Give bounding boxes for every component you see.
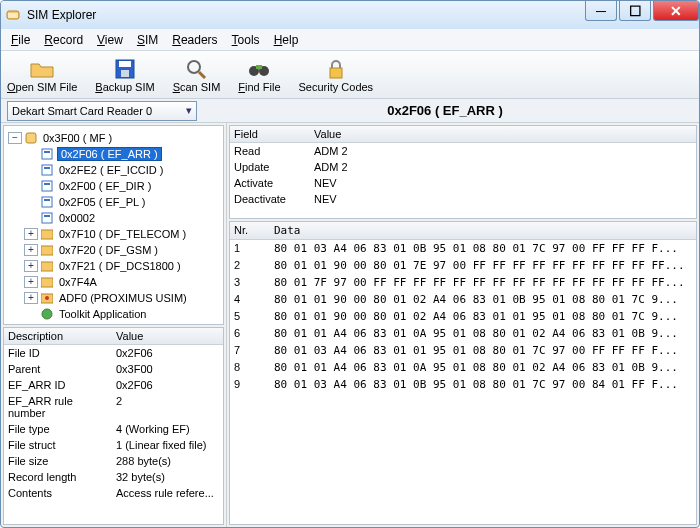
- toolbar-folder-button[interactable]: Open SIM File: [7, 57, 77, 93]
- tree-node[interactable]: 0x2F05 ( EF_PL ): [6, 194, 221, 210]
- menu-record[interactable]: Record: [38, 31, 89, 49]
- description-panel[interactable]: DescriptionValueFile ID0x2F06Parent0x3F0…: [3, 327, 224, 525]
- svg-rect-12: [42, 149, 52, 159]
- tree-node[interactable]: 0x2FE2 ( EF_ICCID ): [6, 162, 221, 178]
- data-bytes: 80 01 01 A4 06 83 01 0A 95 01 08 80 01 0…: [270, 325, 696, 342]
- record-data-panel[interactable]: Nr.Data180 01 03 A4 06 83 01 0B 95 01 08…: [229, 221, 697, 525]
- df-icon: [40, 243, 54, 257]
- svg-rect-20: [42, 213, 52, 223]
- data-row[interactable]: 680 01 01 A4 06 83 01 0A 95 01 08 80 01 …: [230, 325, 696, 342]
- field-row[interactable]: ReadADM 2: [230, 143, 696, 159]
- floppy-icon: [111, 57, 139, 81]
- tree-node-label: 0x7F21 ( DF_DCS1800 ): [57, 260, 183, 272]
- desc-row[interactable]: ContentsAccess rule refere...: [4, 485, 223, 501]
- toolbar-lock-button[interactable]: Security Codes: [299, 57, 374, 93]
- menu-help[interactable]: Help: [268, 31, 305, 49]
- desc-row[interactable]: EF_ARR rule number2: [4, 393, 223, 421]
- toolbar-binoculars-button[interactable]: Find File: [238, 57, 280, 93]
- field-header-value[interactable]: Value: [310, 126, 696, 142]
- data-row[interactable]: 380 01 7F 97 00 FF FF FF FF FF FF FF FF …: [230, 274, 696, 291]
- desc-header-key[interactable]: Description: [4, 328, 112, 344]
- field-header-field[interactable]: Field: [230, 126, 310, 142]
- minimize-button[interactable]: ─: [585, 1, 617, 21]
- svg-rect-4: [121, 70, 129, 77]
- data-row[interactable]: 480 01 01 90 00 80 01 02 A4 06 83 01 0B …: [230, 291, 696, 308]
- collapse-icon[interactable]: −: [8, 132, 22, 144]
- data-row[interactable]: 980 01 03 A4 06 83 01 0B 95 01 08 80 01 …: [230, 376, 696, 393]
- reader-select[interactable]: Dekart Smart Card Reader 0: [7, 101, 197, 121]
- data-row[interactable]: 280 01 01 90 00 80 01 7E 97 00 FF FF FF …: [230, 257, 696, 274]
- desc-row[interactable]: File ID0x2F06: [4, 345, 223, 361]
- desc-row[interactable]: File struct1 (Linear fixed file): [4, 437, 223, 453]
- svg-point-5: [188, 61, 200, 73]
- menu-sim[interactable]: SIM: [131, 31, 164, 49]
- svg-rect-1: [8, 13, 18, 18]
- svg-point-27: [45, 296, 49, 300]
- expand-icon[interactable]: +: [24, 260, 38, 272]
- tree-node-label: 0x3F00 ( MF ): [41, 132, 114, 144]
- expand-icon[interactable]: +: [24, 244, 38, 256]
- adf-icon: [40, 291, 54, 305]
- menu-view[interactable]: View: [91, 31, 129, 49]
- expand-icon[interactable]: +: [24, 228, 38, 240]
- desc-row[interactable]: File type4 (Working EF): [4, 421, 223, 437]
- right-column: FieldValueReadADM 2UpdateADM 2ActivateNE…: [227, 123, 699, 527]
- svg-rect-13: [44, 151, 50, 153]
- expand-icon[interactable]: +: [24, 292, 38, 304]
- desc-row[interactable]: File size288 byte(s): [4, 453, 223, 469]
- data-header-nr[interactable]: Nr.: [230, 222, 270, 239]
- toolbar-floppy-button[interactable]: Backup SIM: [95, 57, 154, 93]
- tree-node[interactable]: +0x7F21 ( DF_DCS1800 ): [6, 258, 221, 274]
- data-nr: 2: [230, 257, 270, 274]
- svg-rect-17: [44, 183, 50, 185]
- desc-value: Access rule refere...: [112, 485, 223, 501]
- toolbar-label: Security Codes: [299, 81, 374, 93]
- tree-node[interactable]: 0x0002: [6, 210, 221, 226]
- svg-rect-25: [41, 278, 53, 287]
- close-button[interactable]: ✕: [653, 1, 699, 21]
- menu-file[interactable]: File: [5, 31, 36, 49]
- toolbar-magnifier-button[interactable]: Scan SIM: [173, 57, 221, 93]
- menu-tools[interactable]: Tools: [226, 31, 266, 49]
- data-bytes: 80 01 01 90 00 80 01 02 A4 06 83 01 0B 9…: [270, 291, 696, 308]
- field-row[interactable]: UpdateADM 2: [230, 159, 696, 175]
- ef-icon: [40, 195, 54, 209]
- tree-node[interactable]: +0x7F4A: [6, 274, 221, 290]
- tree-root[interactable]: −0x3F00 ( MF ): [6, 130, 221, 146]
- data-row[interactable]: 180 01 03 A4 06 83 01 0B 95 01 08 80 01 …: [230, 240, 696, 257]
- data-bytes: 80 01 03 A4 06 83 01 0B 95 01 08 80 01 7…: [270, 240, 696, 257]
- desc-header-value[interactable]: Value: [112, 328, 223, 344]
- field-header: FieldValue: [230, 126, 696, 143]
- field-value: ADM 2: [310, 159, 696, 175]
- tree-node-label: 0x7F10 ( DF_TELECOM ): [57, 228, 188, 240]
- tree-node[interactable]: +0x7F20 ( DF_GSM ): [6, 242, 221, 258]
- menu-readers[interactable]: Readers: [166, 31, 223, 49]
- sim-icon: [24, 131, 38, 145]
- svg-point-28: [42, 309, 52, 319]
- data-bytes: 80 01 01 90 00 80 01 02 A4 06 83 01 01 9…: [270, 308, 696, 325]
- field-row[interactable]: ActivateNEV: [230, 175, 696, 191]
- expand-icon[interactable]: +: [24, 276, 38, 288]
- data-row[interactable]: 780 01 03 A4 06 83 01 01 95 01 08 80 01 …: [230, 342, 696, 359]
- field-row[interactable]: DeactivateNEV: [230, 191, 696, 207]
- tree-node[interactable]: +0x7F10 ( DF_TELECOM ): [6, 226, 221, 242]
- desc-row[interactable]: Record length32 byte(s): [4, 469, 223, 485]
- tree-node[interactable]: 0x2F06 ( EF_ARR ): [6, 146, 221, 162]
- data-row[interactable]: 580 01 01 90 00 80 01 02 A4 06 83 01 01 …: [230, 308, 696, 325]
- left-column: −0x3F00 ( MF )0x2F06 ( EF_ARR )0x2FE2 ( …: [1, 123, 227, 527]
- tree-node[interactable]: +ADF0 (PROXIMUS USIM): [6, 290, 221, 306]
- maximize-button[interactable]: ☐: [619, 1, 651, 21]
- data-header-data[interactable]: Data: [270, 222, 696, 239]
- tree-node[interactable]: 0x2F00 ( EF_DIR ): [6, 178, 221, 194]
- field-value-panel[interactable]: FieldValueReadADM 2UpdateADM 2ActivateNE…: [229, 125, 697, 219]
- desc-row[interactable]: Parent0x3F00: [4, 361, 223, 377]
- desc-key: EF_ARR rule number: [4, 393, 112, 421]
- data-row[interactable]: 880 01 01 A4 06 83 01 0A 95 01 08 80 01 …: [230, 359, 696, 376]
- desc-row[interactable]: EF_ARR ID0x2F06: [4, 377, 223, 393]
- df-icon: [40, 275, 54, 289]
- tree-node[interactable]: Toolkit Application: [6, 306, 221, 322]
- title-bar[interactable]: SIM Explorer ─ ☐ ✕: [1, 1, 699, 29]
- data-nr: 3: [230, 274, 270, 291]
- svg-rect-16: [42, 181, 52, 191]
- file-tree[interactable]: −0x3F00 ( MF )0x2F06 ( EF_ARR )0x2FE2 ( …: [3, 125, 224, 325]
